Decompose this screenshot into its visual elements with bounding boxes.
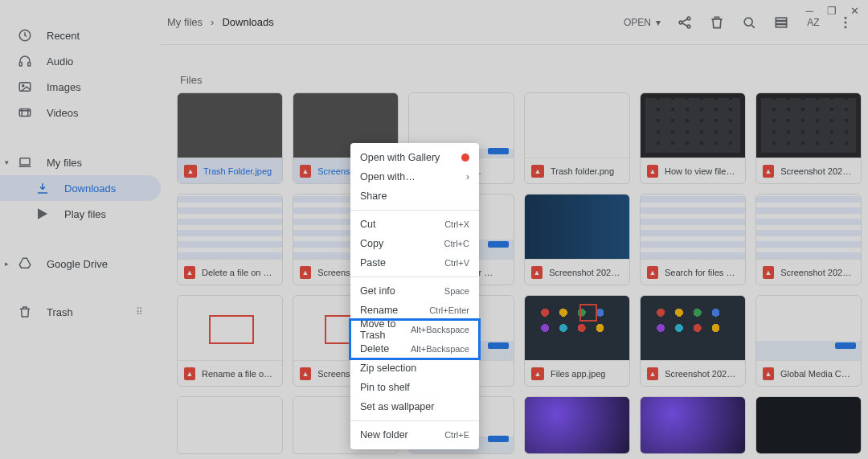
file-card[interactable]: ▲Screenshot 2022-0… xyxy=(755,92,862,184)
menu-move-to-trash[interactable]: Move to TrashAlt+Backspace xyxy=(350,320,479,339)
more-icon[interactable] xyxy=(837,14,854,31)
menu-open-gallery[interactable]: Open with Gallery xyxy=(350,148,479,167)
image-icon xyxy=(18,80,32,94)
menu-cut[interactable]: CutCtrl+X xyxy=(350,215,479,234)
file-card[interactable] xyxy=(177,396,283,454)
menu-new-folder[interactable]: New folderCtrl+E xyxy=(350,425,479,445)
svg-rect-11 xyxy=(776,18,786,20)
file-grid: ▲Trash Folder.jpeg ▲Screenshot 2022-0… ▲… xyxy=(161,92,868,454)
file-card[interactable]: ▲Delete a file on a Ch… xyxy=(177,194,283,285)
sidebar-item-play-files[interactable]: Play files xyxy=(0,201,161,227)
file-card[interactable]: ▲Trash Folder.jpeg xyxy=(177,92,283,184)
chevron-right-icon: › xyxy=(211,16,214,28)
svg-point-9 xyxy=(687,25,690,28)
menu-separator xyxy=(350,210,479,211)
sidebar-item-images[interactable]: Images xyxy=(0,74,161,100)
sidebar-item-downloads[interactable]: Downloads xyxy=(0,175,161,201)
sidebar: Recent Audio Images Videos ▾ My files Do… xyxy=(0,0,161,459)
menu-delete[interactable]: DeleteAlt+Backspace xyxy=(350,339,479,359)
sidebar-item-videos[interactable]: Videos xyxy=(0,100,161,125)
breadcrumb-root[interactable]: My files xyxy=(167,16,203,28)
file-card[interactable]: ▲Files app.jpeg xyxy=(524,295,630,387)
file-card[interactable]: ▲Screenshot 2022-0… xyxy=(755,194,862,285)
sidebar-item-label: My files xyxy=(47,157,82,169)
file-card[interactable] xyxy=(640,396,746,454)
file-card[interactable]: ▲Screenshot 2022-0… xyxy=(524,194,630,285)
file-card[interactable]: ▲Screenshot 2022-0… xyxy=(640,295,746,387)
topbar: My files › Downloads OPEN ▾ AZ xyxy=(161,0,868,45)
menu-rename[interactable]: RenameCtrl+Enter xyxy=(350,301,479,320)
image-file-icon: ▲ xyxy=(531,266,542,279)
headphones-icon xyxy=(18,54,32,68)
svg-point-16 xyxy=(845,26,847,28)
sidebar-item-label: Downloads xyxy=(64,182,116,195)
image-file-icon: ▲ xyxy=(763,266,774,279)
sidebar-item-google-drive[interactable]: ▸ Google Drive xyxy=(0,251,161,277)
file-card[interactable] xyxy=(755,396,862,454)
file-card[interactable]: ▲Rename a file on Ch… xyxy=(177,295,283,387)
share-icon[interactable] xyxy=(677,14,693,31)
menu-paste[interactable]: PasteCtrl+V xyxy=(350,253,479,273)
menu-copy[interactable]: CopyCtrl+C xyxy=(350,234,479,253)
svg-point-14 xyxy=(845,16,847,18)
image-file-icon: ▲ xyxy=(647,367,658,380)
svg-rect-6 xyxy=(20,158,30,165)
file-card[interactable] xyxy=(524,396,630,454)
search-icon[interactable] xyxy=(741,14,757,31)
delete-icon[interactable] xyxy=(709,14,725,31)
sidebar-item-label: Trash xyxy=(47,306,73,318)
sidebar-item-label: Play files xyxy=(64,208,106,220)
file-card[interactable]: ▲How to view files on… xyxy=(640,92,746,184)
svg-point-8 xyxy=(687,17,690,20)
menu-wallpaper[interactable]: Set as wallpaper xyxy=(350,397,479,416)
view-list-icon[interactable] xyxy=(773,14,789,31)
drag-handle-icon[interactable]: ⠿ xyxy=(136,306,143,318)
menu-pin[interactable]: Pin to shelf xyxy=(350,378,479,397)
menu-open-with[interactable]: Open with…› xyxy=(350,167,479,186)
main: My files › Downloads OPEN ▾ AZ Files ▲Tr… xyxy=(161,0,868,459)
drive-icon xyxy=(18,256,32,271)
expand-icon[interactable]: ▸ xyxy=(5,260,9,268)
image-file-icon: ▲ xyxy=(647,266,658,279)
svg-point-7 xyxy=(679,21,682,24)
sidebar-item-trash[interactable]: Trash xyxy=(0,299,136,325)
svg-rect-3 xyxy=(19,83,31,92)
menu-share[interactable]: Share xyxy=(350,186,479,206)
file-card[interactable]: ▲Trash folder.png xyxy=(524,92,630,184)
svg-point-10 xyxy=(744,18,752,26)
image-file-icon: ▲ xyxy=(184,165,197,178)
laptop-icon xyxy=(18,155,32,170)
file-card[interactable]: ▲Global Media Contr… xyxy=(755,295,862,387)
image-file-icon: ▲ xyxy=(300,367,311,380)
sidebar-item-my-files[interactable]: ▾ My files xyxy=(0,150,161,175)
video-icon xyxy=(18,105,32,120)
svg-rect-2 xyxy=(28,63,31,67)
sort-icon[interactable]: AZ xyxy=(805,14,821,31)
sidebar-item-label: Videos xyxy=(47,107,79,119)
context-menu: Open with Gallery Open with…› Share CutC… xyxy=(350,143,479,449)
sidebar-item-label: Recent xyxy=(47,30,80,42)
image-file-icon: ▲ xyxy=(531,367,544,380)
svg-rect-12 xyxy=(776,21,786,23)
caret-down-icon: ▾ xyxy=(656,17,661,28)
sidebar-item-audio[interactable]: Audio xyxy=(0,48,161,74)
section-label: Files xyxy=(161,45,868,92)
play-icon xyxy=(35,207,50,221)
breadcrumb-current: Downloads xyxy=(222,16,273,28)
file-card[interactable]: ▲Search for files on a… xyxy=(640,194,746,285)
image-file-icon: ▲ xyxy=(763,367,774,380)
menu-zip[interactable]: Zip selection xyxy=(350,359,479,378)
sidebar-item-recent[interactable]: Recent xyxy=(0,23,161,48)
image-file-icon: ▲ xyxy=(184,266,195,279)
download-icon xyxy=(35,181,50,195)
image-file-icon: ▲ xyxy=(300,266,311,279)
open-button[interactable]: OPEN ▾ xyxy=(624,17,661,28)
clock-icon xyxy=(18,28,32,43)
svg-point-15 xyxy=(845,21,847,23)
sidebar-item-label: Audio xyxy=(47,55,73,68)
sidebar-item-label: Images xyxy=(47,81,81,93)
sidebar-item-label: Google Drive xyxy=(47,258,108,270)
menu-get-info[interactable]: Get infoSpace xyxy=(350,281,479,301)
collapse-icon[interactable]: ▾ xyxy=(5,158,9,166)
image-file-icon: ▲ xyxy=(300,165,311,178)
